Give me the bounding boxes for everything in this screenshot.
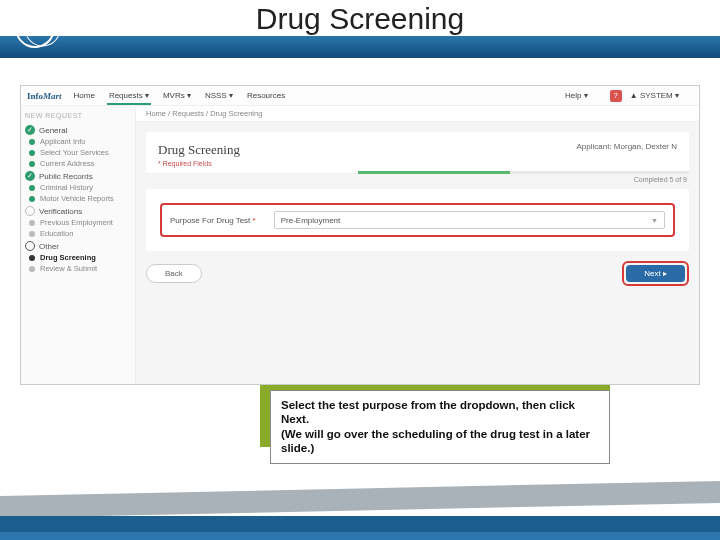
nav-help[interactable]: Help ▾ xyxy=(565,91,588,100)
nav-user[interactable]: ▲ SYSTEM ▾ xyxy=(630,91,679,100)
app-topbar: InfoMart Home Requests ▾ MVRs ▾ NSSS ▾ R… xyxy=(21,86,699,106)
progress-bar xyxy=(358,171,689,174)
page-title: Drug Screening xyxy=(158,142,240,158)
infomart-logo: InfoMart® xyxy=(15,8,140,48)
next-button[interactable]: Next ▸ xyxy=(626,265,685,282)
sb-item-select-services[interactable]: Select Your Services xyxy=(29,148,131,157)
nav-mvrs[interactable]: MVRs ▾ xyxy=(163,91,191,100)
sb-group-general[interactable]: ✓General xyxy=(25,125,131,135)
app-screenshot: InfoMart Home Requests ▾ MVRs ▾ NSSS ▾ R… xyxy=(20,85,700,385)
slide-title-text: Drug Screening xyxy=(256,2,464,35)
app-logo-small: InfoMart xyxy=(27,91,62,101)
logo-text-mart: Mart xyxy=(81,13,133,42)
instruction-caption: Select the test purpose from the dropdow… xyxy=(270,390,610,464)
nav-home[interactable]: Home xyxy=(74,91,95,100)
dot-icon xyxy=(29,196,35,202)
breadcrumb[interactable]: Home / Requests / Drug Screening xyxy=(136,106,699,122)
check-icon: ✓ xyxy=(25,171,35,181)
sb-item-drug-screening[interactable]: Drug Screening xyxy=(29,253,131,262)
sb-item-criminal-history[interactable]: Criminal History xyxy=(29,183,131,192)
sb-item-motor-vehicle[interactable]: Motor Vehicle Reports xyxy=(29,194,131,203)
footer-decoration xyxy=(0,490,720,540)
dot-icon xyxy=(29,255,35,261)
caption-line1: Select the test purpose from the dropdow… xyxy=(281,399,575,425)
nav-resources[interactable]: Resources xyxy=(247,91,285,100)
help-badge[interactable]: ? xyxy=(610,90,622,102)
dot-icon xyxy=(29,231,35,237)
required-fields-note: * Required Fields xyxy=(158,160,240,167)
back-button[interactable]: Back xyxy=(146,264,202,283)
sb-item-current-address[interactable]: Current Address xyxy=(29,159,131,168)
page-header: Drug Screening * Required Fields Applica… xyxy=(146,132,689,174)
caption-line2: (We will go over the scheduling of the d… xyxy=(281,428,590,454)
sidebar-header: NEW REQUEST xyxy=(25,112,131,119)
check-icon: ✓ xyxy=(25,125,35,135)
form-section: Purpose For Drug Test * Pre-Employment ▼ xyxy=(146,189,689,251)
content-area: Home / Requests / Drug Screening Drug Sc… xyxy=(136,106,699,384)
purpose-select-value: Pre-Employment xyxy=(281,216,341,225)
progress-remaining xyxy=(510,171,689,174)
dot-icon xyxy=(29,185,35,191)
logo-ellipse-icon xyxy=(9,2,60,53)
dot-icon xyxy=(29,139,35,145)
dot-icon xyxy=(29,150,35,156)
progress-text: Completed 5 of 9 xyxy=(136,174,699,183)
next-button-highlight: Next ▸ xyxy=(622,261,689,286)
progress-done xyxy=(358,171,510,174)
sb-item-review-submit[interactable]: Review & Submit xyxy=(29,264,131,273)
sb-item-education[interactable]: Education xyxy=(29,229,131,238)
sb-item-applicant-info[interactable]: Applicant Info xyxy=(29,137,131,146)
wizard-sidebar: NEW REQUEST ✓General Applicant Info Sele… xyxy=(21,106,136,384)
dot-icon xyxy=(29,161,35,167)
footer-grey-bar xyxy=(0,481,720,518)
minus-circle-icon xyxy=(25,241,35,251)
dot-icon xyxy=(29,220,35,226)
circle-icon xyxy=(25,206,35,216)
purpose-label: Purpose For Drug Test * xyxy=(170,216,256,225)
nav-requests[interactable]: Requests ▾ xyxy=(109,91,149,100)
button-row: Back Next ▸ xyxy=(146,261,689,286)
purpose-select[interactable]: Pre-Employment ▼ xyxy=(274,211,665,229)
sb-group-verifications[interactable]: Verifications xyxy=(25,206,131,216)
sb-item-prev-employment[interactable]: Previous Employment xyxy=(29,218,131,227)
nav-nsss[interactable]: NSSS ▾ xyxy=(205,91,233,100)
logo-tm: ® xyxy=(133,21,140,32)
dot-icon xyxy=(29,266,35,272)
chevron-down-icon: ▼ xyxy=(651,217,658,224)
sb-group-public-records[interactable]: ✓Public Records xyxy=(25,171,131,181)
sb-group-other[interactable]: Other xyxy=(25,241,131,251)
purpose-row-highlight: Purpose For Drug Test * Pre-Employment ▼ xyxy=(160,203,675,237)
applicant-name: Applicant: Morgan, Dexter N xyxy=(577,142,678,151)
footer-blue-bar-2 xyxy=(0,532,720,540)
